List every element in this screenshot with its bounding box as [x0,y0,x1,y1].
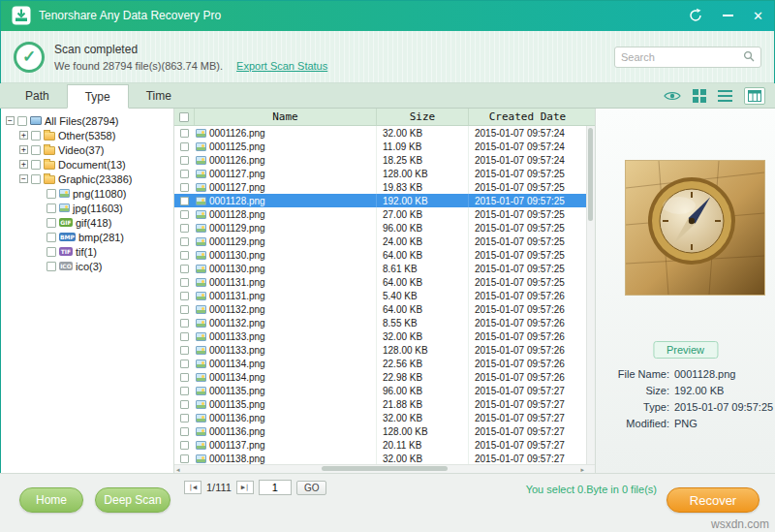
search-icon[interactable] [743,48,755,66]
list-view-icon[interactable] [718,90,732,102]
history-icon[interactable] [688,8,703,23]
select-all-checkbox[interactable] [179,112,189,122]
prev-page-button[interactable]: |◀ [184,481,202,494]
go-button[interactable]: GO [296,481,327,495]
table-row[interactable]: 0001138.png32.00 KB2015-01-07 09:57:27 [174,452,595,464]
preview-button[interactable]: Preview [653,341,718,359]
row-checkbox[interactable] [180,305,189,314]
table-row[interactable]: 0001132.png8.55 KB2015-01-07 09:57:26 [174,316,595,329]
row-checkbox[interactable] [180,224,189,233]
detail-view-icon[interactable] [744,87,765,105]
row-checkbox[interactable] [180,292,189,300]
deep-scan-button[interactable]: Deep Scan [95,487,170,513]
table-row[interactable]: 0001134.png22.56 KB2015-01-07 09:57:26 [174,357,595,370]
table-row[interactable]: 0001135.png96.00 KB2015-01-07 09:57:27 [174,384,595,397]
table-row[interactable]: 0001132.png64.00 KB2015-01-07 09:57:26 [174,302,595,316]
tree-expander-icon[interactable]: + [19,131,28,140]
row-checkbox[interactable] [180,278,189,287]
vertical-scrollbar[interactable] [586,126,595,464]
row-checkbox[interactable] [180,360,189,368]
row-checkbox[interactable] [180,129,189,138]
tree-item-all-files[interactable]: −All Files(28794) [6,113,173,128]
row-checkbox[interactable] [180,156,189,165]
table-row[interactable]: 0001129.png24.00 KB2015-01-07 09:57:25 [174,235,595,248]
table-row[interactable]: 0001127.png128.00 KB2015-01-07 09:57:25 [174,167,595,180]
row-checkbox[interactable] [180,427,189,436]
table-row[interactable]: 0001136.png128.00 KB2015-01-07 09:57:27 [174,424,595,438]
recover-button[interactable]: Recover [666,487,760,513]
row-checkbox[interactable] [180,414,189,422]
tree-checkbox[interactable] [46,189,56,199]
row-checkbox[interactable] [180,142,189,151]
preview-eye-icon[interactable] [664,90,681,102]
table-row[interactable]: 0001130.png64.00 KB2015-01-07 09:57:25 [174,248,595,262]
table-row[interactable]: 0001130.png8.61 KB2015-01-07 09:57:25 [174,262,595,275]
tree-item-other[interactable]: +Other(5358) [6,128,173,142]
row-checkbox[interactable] [180,373,189,382]
table-row[interactable]: 0001128.png192.00 KB2015-01-07 09:57:25 [174,194,595,207]
table-row[interactable]: 0001126.png18.25 KB2015-01-07 09:57:24 [174,153,595,167]
row-checkbox[interactable] [180,441,189,450]
tree-item-document[interactable]: +Document(13) [6,157,173,172]
row-checkbox[interactable] [180,237,189,246]
horizontal-scrollbar[interactable]: ◂ ▸ [174,464,595,473]
table-row[interactable]: 0001131.png5.40 KB2015-01-07 09:57:26 [174,289,595,302]
table-row[interactable]: 0001133.png32.00 KB2015-01-07 09:57:26 [174,329,595,343]
tree-checkbox[interactable] [46,262,56,271]
table-row[interactable]: 0001136.png32.00 KB2015-01-07 09:57:27 [174,411,595,424]
tree-expander-icon[interactable]: − [19,174,28,183]
tree-checkbox[interactable] [46,233,56,242]
row-checkbox[interactable] [180,400,189,409]
column-header-size[interactable]: Size [376,109,468,125]
row-checkbox[interactable] [180,197,189,205]
tree-checkbox[interactable] [17,116,27,126]
tree-checkbox[interactable] [46,203,56,213]
tree-checkbox[interactable] [31,174,41,184]
tree-checkbox[interactable] [46,247,56,257]
table-row[interactable]: 0001134.png22.98 KB2015-01-07 09:57:26 [174,370,595,384]
row-checkbox[interactable] [180,210,189,219]
tab-time[interactable]: Time [129,83,189,108]
tab-path[interactable]: Path [8,83,67,108]
tree-checkbox[interactable] [31,131,41,141]
search-box[interactable] [614,47,761,68]
table-row[interactable]: 0001135.png21.88 KB2015-01-07 09:57:27 [174,397,595,411]
column-header-created-date[interactable]: Created Date [468,109,586,125]
export-scan-status-link[interactable]: Export Scan Status [236,60,327,72]
page-number-input[interactable] [259,480,292,495]
table-row[interactable]: 0001125.png11.09 KB2015-01-07 09:57:24 [174,140,595,153]
tree-item-gif[interactable]: GIFgif(418) [6,215,173,230]
minimize-button[interactable] [723,15,733,16]
tree-checkbox[interactable] [31,160,41,170]
close-button[interactable]: ✕ [753,9,763,23]
tree-item-png[interactable]: png(11080) [6,186,173,201]
table-row[interactable]: 0001128.png27.00 KB2015-01-07 09:57:25 [174,207,595,221]
table-row[interactable]: 0001129.png96.00 KB2015-01-07 09:57:25 [174,221,595,235]
vertical-scrollbar-thumb[interactable] [588,128,593,221]
row-checkbox[interactable] [180,265,189,273]
table-row[interactable]: 0001131.png64.00 KB2015-01-07 09:57:25 [174,275,595,289]
tree-item-jpg[interactable]: jpg(11603) [6,201,173,215]
table-row[interactable]: 0001126.png32.00 KB2015-01-07 09:57:24 [174,126,595,140]
row-checkbox[interactable] [180,170,189,178]
horizontal-scrollbar-thumb[interactable] [322,466,448,471]
tree-item-graphic[interactable]: −Graphic(23386) [6,172,173,186]
tree-item-video[interactable]: +Video(37) [6,142,173,157]
tree-expander-icon[interactable]: − [6,116,15,125]
row-checkbox[interactable] [180,332,189,341]
row-checkbox[interactable] [180,183,189,192]
table-row[interactable]: 0001133.png128.00 KB2015-01-07 09:57:26 [174,343,595,357]
next-page-button[interactable]: ▶| [236,481,254,494]
row-checkbox[interactable] [180,454,189,463]
table-row[interactable]: 0001137.png20.11 KB2015-01-07 09:57:27 [174,438,595,452]
column-header-name[interactable]: Name [194,109,376,125]
tree-checkbox[interactable] [46,218,56,228]
tree-expander-icon[interactable]: + [19,160,28,169]
thumbnail-view-icon[interactable] [693,89,706,103]
row-checkbox[interactable] [180,251,189,260]
tree-item-bmp[interactable]: BMPbmp(281) [6,230,173,244]
tab-type[interactable]: Type [67,84,129,109]
tree-checkbox[interactable] [31,145,41,155]
search-input[interactable] [621,51,743,63]
tree-expander-icon[interactable]: + [19,145,28,154]
